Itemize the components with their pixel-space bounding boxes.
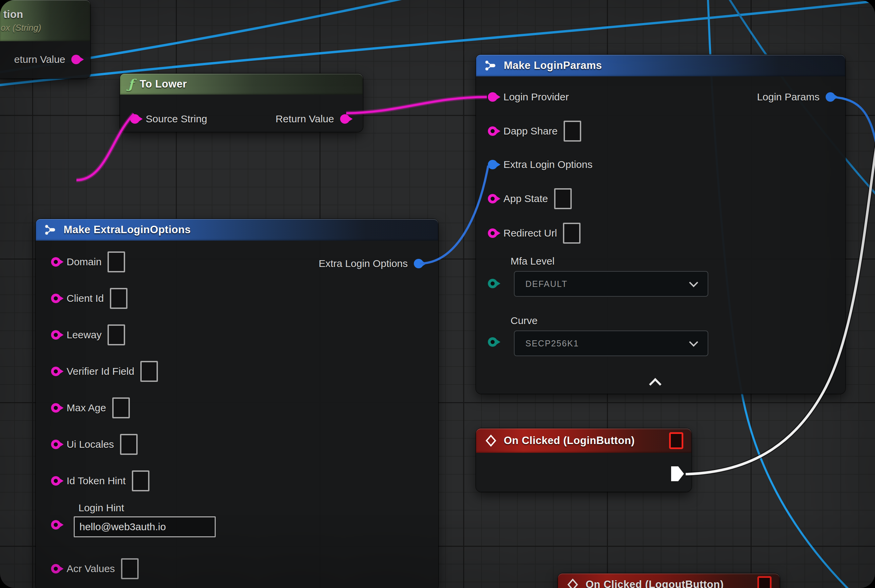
pin-label: Leeway xyxy=(67,329,101,340)
node-make-login-params[interactable]: Make LoginParams Login Provider Dapp Sha… xyxy=(476,55,845,394)
checkbox-leeway[interactable] xyxy=(108,324,125,345)
node-title: Make ExtraLoginOptions xyxy=(63,224,191,236)
input-pin-extra-login-options[interactable] xyxy=(488,160,497,169)
output-pin-extra-login-options[interactable] xyxy=(414,259,423,268)
node-subtitle: ox (String) xyxy=(1,22,41,33)
login-hint-value: hello@web3auth.io xyxy=(80,521,166,532)
mfa-level-dropdown[interactable]: DEFAULT xyxy=(514,271,708,297)
pin-label: Id Token Hint xyxy=(67,475,126,487)
node-header[interactable]: tion ox (String) xyxy=(0,0,90,41)
node-header[interactable]: Make ExtraLoginOptions xyxy=(36,219,438,241)
pin-label: Extra Login Options xyxy=(504,159,592,170)
input-pin-id-token-hint[interactable] xyxy=(51,476,60,486)
node-make-extra-login-options[interactable]: Make ExtraLoginOptions Domain Client Id … xyxy=(36,219,438,588)
pin-label: Login Provider xyxy=(504,91,569,103)
checkbox-verifier-id-field[interactable] xyxy=(140,361,158,382)
checkbox-ui-locales[interactable] xyxy=(120,434,138,455)
checkbox-app-state[interactable] xyxy=(554,188,572,209)
pin-label: Login Params xyxy=(757,91,819,103)
input-pin-mfa-level[interactable] xyxy=(488,279,497,288)
node-title: To Lower xyxy=(140,78,186,90)
input-pin-max-age[interactable] xyxy=(51,403,60,412)
node-get-selected-option[interactable]: tion ox (String) eturn Value xyxy=(0,0,90,78)
curve-dropdown[interactable]: SECP256K1 xyxy=(514,330,708,356)
pin-label: Mfa Level xyxy=(511,255,555,267)
pin-label: Max Age xyxy=(67,402,106,414)
node-on-clicked-logout-button[interactable]: On Clicked (LogoutButton) xyxy=(558,573,780,588)
event-icon xyxy=(484,434,498,447)
checkbox-id-token-hint[interactable] xyxy=(132,470,149,491)
checkbox-dapp-share[interactable] xyxy=(564,121,581,142)
input-pin-source-string[interactable] xyxy=(130,114,140,124)
checkbox-max-age[interactable] xyxy=(112,398,130,418)
pin-label: Curve xyxy=(511,315,538,327)
node-header[interactable]: ƒ To Lower xyxy=(120,74,363,94)
input-pin-domain[interactable] xyxy=(51,257,60,267)
pin-label: Extra Login Options xyxy=(319,258,408,269)
node-header[interactable]: On Clicked (LoginButton) xyxy=(476,429,692,453)
pin-label: Source String xyxy=(146,113,207,125)
delegate-square-icon[interactable] xyxy=(757,576,771,588)
input-pin-curve[interactable] xyxy=(488,337,497,347)
output-pin-login-params[interactable] xyxy=(825,92,835,102)
output-pin-return-value[interactable] xyxy=(71,55,81,64)
pin-label: Return Value xyxy=(275,113,334,125)
input-pin-ui-locales[interactable] xyxy=(51,440,60,449)
chevron-down-icon xyxy=(689,338,698,347)
chevron-down-icon xyxy=(689,278,698,287)
node-title: On Clicked (LogoutButton) xyxy=(586,579,724,588)
node-title: tion xyxy=(3,9,23,21)
checkbox-redirect-url[interactable] xyxy=(563,223,580,244)
delegate-square-icon[interactable] xyxy=(669,432,683,449)
node-on-clicked-login-button[interactable]: On Clicked (LoginButton) xyxy=(476,429,692,492)
node-title: Make LoginParams xyxy=(504,60,602,72)
pin-label: Dapp Share xyxy=(504,125,558,137)
function-icon: ƒ xyxy=(128,78,134,91)
pin-label: Client Id xyxy=(67,292,104,304)
input-pin-leeway[interactable] xyxy=(51,330,60,340)
node-header[interactable]: Make LoginParams xyxy=(476,55,845,76)
node-header[interactable]: On Clicked (LogoutButton) xyxy=(558,573,780,588)
dropdown-value: SECP256K1 xyxy=(525,339,579,348)
input-pin-login-provider[interactable] xyxy=(488,92,497,102)
input-pin-redirect-url[interactable] xyxy=(488,228,497,238)
graph-canvas[interactable]: tion ox (String) eturn Value ƒ To Lower … xyxy=(0,0,875,588)
event-icon xyxy=(566,578,579,588)
checkbox-acr-values[interactable] xyxy=(121,558,138,579)
input-pin-dapp-share[interactable] xyxy=(488,126,497,136)
input-pin-login-hint[interactable] xyxy=(51,520,60,530)
login-hint-input[interactable]: hello@web3auth.io xyxy=(74,516,216,537)
exec-output-pin[interactable] xyxy=(671,466,684,481)
input-pin-app-state[interactable] xyxy=(488,194,497,203)
pin-label: Acr Values xyxy=(67,563,115,574)
struct-icon xyxy=(44,223,57,237)
input-pin-client-id[interactable] xyxy=(51,294,60,303)
checkbox-domain[interactable] xyxy=(108,251,125,272)
pin-label: Domain xyxy=(67,256,101,268)
checkbox-client-id[interactable] xyxy=(110,288,128,309)
output-pin-return-value[interactable] xyxy=(340,114,350,124)
pin-label: Verifier Id Field xyxy=(67,366,134,377)
pin-label: Ui Locales xyxy=(67,439,114,450)
pin-label: App State xyxy=(504,193,548,204)
dropdown-value: DEFAULT xyxy=(525,279,568,289)
node-title: On Clicked (LoginButton) xyxy=(504,435,634,447)
pin-label: Redirect Url xyxy=(504,227,557,239)
struct-icon xyxy=(484,59,498,72)
pin-label: Login Hint xyxy=(78,502,216,514)
pin-label: eturn Value xyxy=(14,54,65,65)
input-pin-verifier-id-field[interactable] xyxy=(51,367,60,376)
collapse-chevron-icon[interactable] xyxy=(649,378,662,391)
input-pin-acr-values[interactable] xyxy=(51,564,60,573)
node-to-lower[interactable]: ƒ To Lower Source String Return Value xyxy=(120,74,363,132)
